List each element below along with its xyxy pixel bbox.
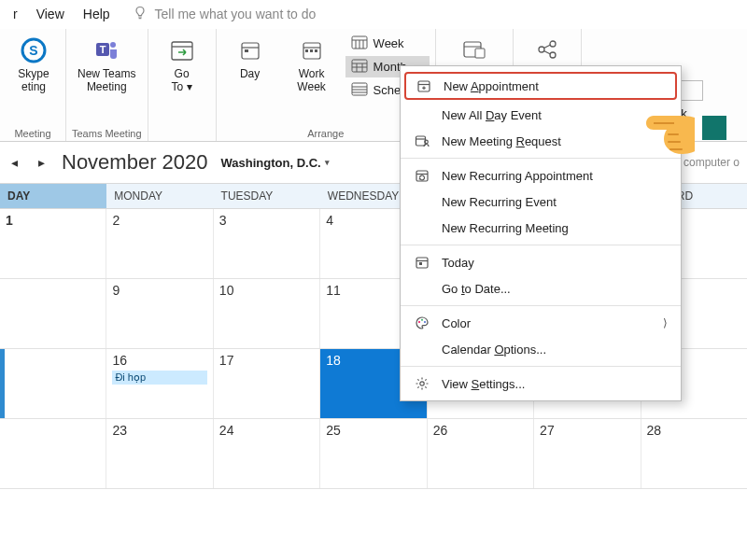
svg-rect-20 — [352, 60, 367, 72]
svg-text:S: S — [29, 43, 37, 58]
context-menu-item[interactable]: New All Day Event — [401, 102, 681, 128]
calendar-cell[interactable]: 26 — [428, 419, 534, 488]
svg-point-32 — [539, 47, 544, 52]
context-menu-item[interactable]: New Recurring Event — [401, 189, 681, 215]
menu-bar: r View Help Tell me what you want to do — [0, 0, 747, 29]
svg-rect-52 — [419, 262, 422, 265]
day-number: 25 — [326, 423, 420, 438]
ribbon-group-goto: GoTo ▾ — [148, 29, 217, 141]
palette-icon — [414, 315, 430, 331]
blank-icon — [414, 280, 430, 297]
day-view-button[interactable]: Day — [222, 33, 278, 85]
calendar-cell[interactable] — [0, 279, 106, 348]
context-menu-item[interactable]: Calendar Options... — [401, 336, 681, 362]
context-menu-item[interactable]: Go to Date... — [401, 275, 681, 301]
context-menu-label: Calendar Options... — [442, 343, 546, 357]
calendar-cell[interactable] — [0, 419, 106, 488]
lightbulb-icon — [133, 6, 148, 23]
svg-point-34 — [550, 52, 556, 58]
chevron-down-icon: ▾ — [325, 158, 330, 167]
skype-meeting-button[interactable]: S Skypeeting — [6, 33, 62, 98]
dow-cell: MONDAY — [106, 184, 213, 208]
svg-rect-45 — [416, 136, 426, 146]
day-number: 16 — [112, 353, 206, 368]
day-number: 23 — [112, 423, 206, 438]
day-icon — [234, 36, 266, 64]
calendar-cell[interactable]: 27 — [534, 419, 641, 488]
blank-icon — [414, 193, 430, 210]
share-icon[interactable] — [534, 36, 560, 63]
menu-item-help[interactable]: Help — [74, 3, 120, 25]
calendar-cell[interactable]: 17 — [214, 349, 320, 418]
day-number: 24 — [219, 423, 314, 438]
teams-meeting-button[interactable]: T New TeamsMeeting — [72, 33, 141, 98]
context-menu-separator — [401, 305, 681, 306]
today-marker — [0, 349, 5, 418]
context-menu-item[interactable]: Color⟩ — [401, 310, 681, 336]
day-number: 27 — [540, 423, 634, 438]
dow-cell: TUESDAY — [214, 184, 320, 208]
svg-rect-9 — [245, 49, 248, 52]
context-menu-item[interactable]: Today — [401, 249, 681, 275]
calendar-cell[interactable]: 23 — [106, 419, 213, 488]
calendar-event[interactable]: Đi họp — [112, 371, 206, 385]
day-number: 10 — [219, 283, 314, 298]
open-calendar-icon[interactable] — [461, 36, 487, 63]
ribbon-group-teams: T New TeamsMeeting Teams Meeting — [66, 29, 148, 141]
context-menu-separator — [401, 366, 681, 367]
svg-point-47 — [425, 140, 429, 144]
chevron-right-icon: ⟩ — [663, 316, 668, 329]
week-view-button[interactable]: Week — [345, 33, 430, 54]
context-menu-label: New Recurring Appointment — [442, 169, 593, 183]
calendar-cell[interactable]: 10 — [214, 279, 320, 348]
ribbon-group-label: Teams Meeting — [72, 126, 142, 139]
goto-icon — [166, 36, 198, 64]
context-menu-item[interactable]: New Meeting Request — [401, 128, 681, 154]
blank-icon — [414, 341, 430, 357]
svg-point-33 — [550, 41, 556, 47]
calendar-cell[interactable]: 1 — [0, 209, 106, 278]
calendar-cell[interactable] — [0, 349, 106, 418]
next-month-button[interactable]: ▸ — [35, 155, 49, 170]
work-week-button[interactable]: Work Week — [284, 33, 340, 98]
svg-rect-13 — [310, 49, 313, 52]
svg-rect-12 — [305, 49, 308, 52]
svg-rect-57 — [700, 116, 726, 140]
day-number: 3 — [219, 213, 314, 228]
context-menu-item[interactable]: New Recurring Appointment — [401, 162, 681, 189]
context-menu: New AppointmentNew All Day EventNew Meet… — [400, 65, 682, 401]
timezone-selector[interactable]: Washington, D.C. ▾ — [221, 156, 330, 170]
context-menu-label: New All Day Event — [442, 108, 542, 122]
tell-me-search[interactable]: Tell me what you want to do — [155, 7, 317, 21]
context-menu-label: New Meeting Request — [442, 134, 561, 148]
calendar-cell[interactable]: 3 — [214, 209, 320, 278]
context-menu-item[interactable]: New Recurring Meeting — [401, 215, 681, 241]
svg-rect-5 — [172, 42, 192, 60]
svg-text:T: T — [100, 44, 106, 55]
context-menu-separator — [401, 245, 681, 245]
week-icon — [351, 35, 368, 52]
svg-rect-7 — [242, 43, 259, 59]
skype-icon: S — [18, 36, 49, 64]
prev-month-button[interactable]: ◂ — [7, 155, 21, 170]
context-menu-item[interactable]: View Settings... — [401, 371, 681, 397]
menu-item-view[interactable]: View — [27, 3, 74, 25]
month-title: November 2020 — [62, 150, 208, 175]
svg-rect-31 — [475, 49, 485, 58]
context-menu-separator — [401, 158, 681, 159]
svg-point-56 — [420, 382, 424, 385]
menu-item-r[interactable]: r — [4, 3, 27, 25]
calendar-cell[interactable]: 16Đi họp — [106, 349, 213, 418]
calendar-cell[interactable]: 25 — [320, 419, 427, 488]
goto-button[interactable]: GoTo ▾ — [154, 33, 210, 98]
month-icon — [351, 58, 368, 76]
context-menu-item[interactable]: New Appointment — [404, 72, 677, 100]
cal-recur-icon — [414, 167, 430, 184]
svg-rect-14 — [315, 49, 317, 52]
ribbon-group-skype: S Skypeeting Meeting — [0, 29, 66, 141]
calendar-cell[interactable]: 9 — [106, 279, 213, 348]
calendar-cell[interactable]: 24 — [214, 419, 320, 488]
calendar-cell[interactable]: 28 — [641, 419, 747, 488]
pointer-hand-icon — [642, 90, 726, 167]
calendar-cell[interactable]: 2 — [106, 209, 213, 278]
